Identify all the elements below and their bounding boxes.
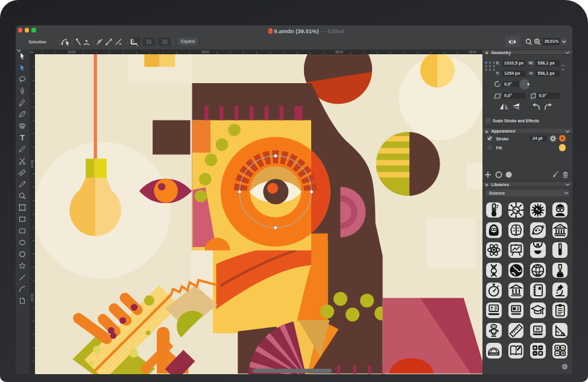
svg-text:T: T (20, 133, 25, 142)
